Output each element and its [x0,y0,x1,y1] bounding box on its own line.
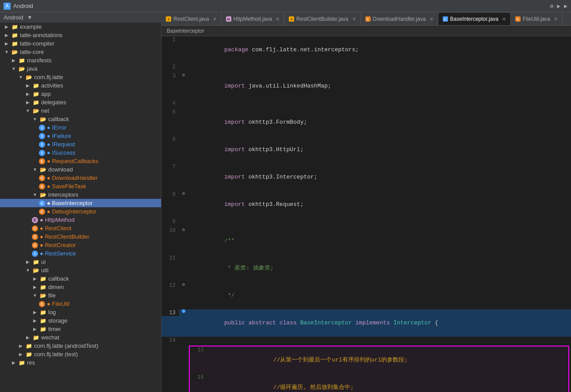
line-number: 7 [161,164,179,170]
code-line-10: 10 ⊖ /** [161,227,571,255]
line-number: 2 [161,64,179,70]
tab-fileutil[interactable]: C FileUtil.java ✕ [511,13,563,25]
code-editor[interactable]: 1 package com.flj.latte.net.interceptors… [161,36,571,392]
code-line-11: 11 * 基类: 抽象类; [161,255,571,282]
sidebar-item-ierror[interactable]: I ● IError [0,123,161,132]
tab-label: BaseInterceptor.java [450,16,498,22]
sidebar-label: ● HttpMethod [40,217,75,223]
sidebar-item-isuccess[interactable]: I ● ISuccess [0,148,161,157]
collapse-icon: ▶ [32,284,38,290]
line-number: 4 [161,100,179,107]
collapse-icon: ▶ [18,343,24,349]
collapse-icon: ▶ [25,83,31,89]
tab-close-icon[interactable]: ✕ [352,16,356,22]
collapse-icon: ▶ [25,99,31,106]
sidebar-item-latte-annotations[interactable]: ▶ 📁 latte-annotations [0,31,161,39]
code-line-14: 14 [161,337,571,346]
collapse-icon: ▶ [11,360,17,366]
interface-badge: I [39,150,45,156]
sidebar-label: delegates [41,99,66,106]
sidebar-label: timer [48,326,61,332]
sidebar-item-irequest[interactable]: I ● IRequest [0,140,161,148]
line-content [188,64,571,65]
tab-downloadhandler[interactable]: C DownloadHandler.java ✕ [361,13,438,25]
debug-icon[interactable]: ▶ [557,3,560,10]
collapse-icon: ▶ [32,309,38,316]
sidebar-item-download[interactable]: ▼ 📂 download [0,165,161,174]
sidebar-item-example[interactable]: ▶ 📁 example [0,23,161,31]
sidebar-item-app[interactable]: ▶ 📁 app [0,90,161,98]
sidebar-item-interceptors[interactable]: ▼ 📂 interceptors [0,190,161,199]
sidebar-item-storage[interactable]: ▶ 📁 storage [0,316,161,325]
sidebar-item-requestcallbacks[interactable]: C ● RequestCallbacks [0,157,161,165]
window-controls: ⚙ ▶ ▶ [550,3,567,10]
sidebar-item-debuginterceptor[interactable]: C ● DebugInterceptor [0,207,161,216]
sidebar-item-java[interactable]: ▼ 📂 java [0,65,161,73]
sidebar-item-timer[interactable]: ▶ 📁 timer [0,325,161,333]
sidebar-label: com.flj.latte (androidTest) [34,343,98,349]
sidebar-label: ● RequestCallbacks [47,158,98,164]
sidebar-item-restclient[interactable]: C ● RestClient [0,224,161,232]
sidebar-item-util[interactable]: ▼ 📂 util [0,266,161,274]
sidebar-item-latte-compiler[interactable]: ▶ 📁 latte-compiler [0,39,161,48]
sidebar-item-callback[interactable]: ▼ 📂 callback [0,115,161,123]
line-number: 6 [161,136,179,143]
sidebar-item-restservice[interactable]: I ● RestService [0,249,161,258]
sidebar-label: ● RestCreator [40,242,76,248]
tab-close-icon[interactable]: ✕ [502,16,506,22]
settings-icon[interactable]: ⚙ [550,3,554,10]
sidebar-item-dimen[interactable]: ▶ 📁 dimen [0,283,161,291]
folder-icon: 📁 [40,326,46,332]
sidebar-item-savefiletask[interactable]: C ● SaveFileTask [0,182,161,190]
line-number: 5 [161,109,179,115]
tab-httpmethod[interactable]: H HttpMethod.java ✕ [222,13,284,25]
sidebar-item-file[interactable]: ▼ 📂 file [0,291,161,300]
sidebar-item-net[interactable]: ▼ 📂 net [0,107,161,115]
folder-icon: 📁 [19,57,25,64]
sidebar-item-ifailure[interactable]: I ● IFailure [0,132,161,140]
sidebar-label: ● SaveFileTask [47,183,86,190]
sidebar-item-delegates[interactable]: ▶ 📁 delegates [0,98,161,107]
sidebar-item-log[interactable]: ▶ 📁 log [0,308,161,316]
sidebar-item-activities[interactable]: ▶ 📁 activities [0,81,161,90]
tab-close-icon[interactable]: ✕ [276,16,280,22]
sidebar-item-ui[interactable]: ▶ 📁 ui [0,258,161,266]
tab-close-icon[interactable]: ✕ [554,16,558,22]
sidebar-label: ui [41,259,46,265]
expand-icon: ▼ [25,267,31,274]
sidebar-item-baseinterceptor[interactable]: C ● BaseInterceptor [0,199,161,207]
sidebar-label: dimen [48,284,64,290]
android-selector[interactable]: Android ▼ [0,12,161,23]
folder-icon: 📂 [40,167,46,173]
tab-close-icon[interactable]: ✕ [213,16,217,22]
tab-label: RestClient.java [173,16,209,22]
sidebar-item-test[interactable]: ▶ 📁 com.flj.latte (test) [0,350,161,358]
tab-baseinterceptor[interactable]: C BaseInterceptor.java ✕ [438,13,511,25]
tab-bar: J RestClient.java ✕ H HttpMethod.java ✕ … [161,12,571,26]
sidebar-item-com-flj-latte[interactable]: ▼ 📂 com.flj.latte [0,73,161,81]
sidebar-item-res[interactable]: ▶ 📁 res [0,358,161,367]
line-content: import okhttp3.FormBody; [188,109,571,136]
tab-restclientbuilder[interactable]: J RestClientBuilder.java ✕ [284,13,360,25]
run-icon[interactable]: ▶ [564,3,567,10]
folder-icon: 📁 [11,41,18,47]
collapse-icon: ▶ [25,335,31,341]
sidebar-item-restcreator[interactable]: C ● RestCreator [0,241,161,249]
sidebar-item-latte-core[interactable]: ▼ 📂 latte-core [0,48,161,56]
folder-icon: 📁 [33,335,39,341]
collapse-icon: ▶ [4,41,10,47]
folder-icon: 📁 [40,284,46,290]
sidebar-item-manifests[interactable]: ▶ 📁 manifests [0,56,161,65]
sidebar-item-callback2[interactable]: ▶ 📁 callback [0,274,161,283]
folder-icon: 📁 [40,309,46,316]
tab-restclient[interactable]: J RestClient.java ✕ [161,13,222,25]
sidebar-item-fileutil[interactable]: C ● FileUtil [0,300,161,308]
sidebar-item-restclientbuilder[interactable]: C ● RestClientBuilder [0,232,161,241]
tab-close-icon[interactable]: ✕ [429,16,433,22]
sidebar-item-wechat[interactable]: ▶ 📁 wechat [0,333,161,342]
sidebar-item-androidtest[interactable]: ▶ 📁 com.flj.latte (androidTest) [0,342,161,350]
sidebar-label: wechat [41,334,59,341]
sidebar-item-downloadhandler[interactable]: C ● DownloadHandler [0,174,161,182]
sidebar-item-httpmethod[interactable]: E ● HttpMethod [0,216,161,224]
title-bar: A Android ⚙ ▶ ▶ [0,0,571,12]
